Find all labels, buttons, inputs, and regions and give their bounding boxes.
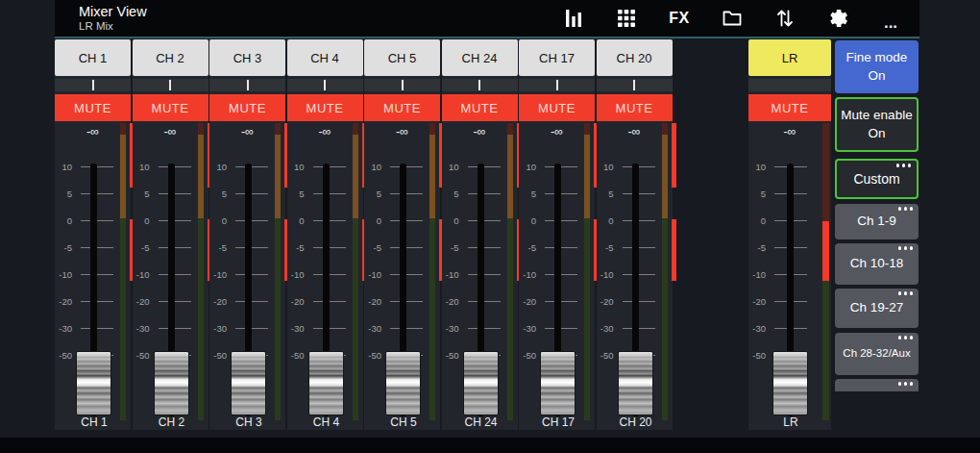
side-panel-button[interactable] xyxy=(835,379,919,391)
scale-tick-line xyxy=(81,166,113,167)
pan-slider[interactable] xyxy=(597,79,673,91)
mute-button[interactable]: MUTE xyxy=(748,94,831,121)
fader-handle[interactable] xyxy=(618,351,653,415)
scale-tick-label: -20 xyxy=(444,296,459,307)
side-panel-button[interactable]: Custom xyxy=(835,159,919,199)
channel-name: CH 1 xyxy=(79,51,108,65)
side-panel-button[interactable]: Ch 28-32/Aux xyxy=(835,333,919,375)
pan-center-tick-icon xyxy=(478,80,480,90)
level-meter-scale xyxy=(822,123,829,420)
pan-slider[interactable] xyxy=(364,79,440,91)
channel-select-button[interactable]: CH 1 xyxy=(55,39,131,76)
channel-select-button[interactable]: CH 20 xyxy=(597,39,673,76)
mute-button[interactable]: MUTE xyxy=(364,94,440,121)
scale-tick-label: 10 xyxy=(599,162,614,172)
mute-button[interactable]: MUTE xyxy=(442,94,518,121)
sort-arrows-icon[interactable] xyxy=(773,7,796,30)
fader-handle[interactable] xyxy=(308,351,344,415)
side-panel-button[interactable]: Fine mode On xyxy=(835,40,919,93)
pan-slider[interactable] xyxy=(748,79,831,91)
side-panel-button[interactable]: Ch 19-27 xyxy=(835,289,919,328)
mute-button-label: MUTE xyxy=(74,101,111,115)
scale-tick-line xyxy=(235,193,268,194)
pan-slider[interactable] xyxy=(55,79,131,91)
scale-tick-line xyxy=(235,166,268,167)
scale-tick-label: 0 xyxy=(366,215,381,226)
settings-gear-icon[interactable] xyxy=(826,7,849,30)
fader-handle[interactable] xyxy=(154,351,189,415)
pan-slider[interactable] xyxy=(442,79,518,91)
channel-select-button[interactable]: LR xyxy=(748,39,831,76)
fader-handle[interactable] xyxy=(772,351,808,415)
scale-tick-line xyxy=(390,247,423,248)
channel-select-button[interactable]: CH 4 xyxy=(287,39,363,76)
scale-tick-line xyxy=(159,301,191,302)
scale-tick-label: -10 xyxy=(289,269,305,280)
pan-slider[interactable] xyxy=(519,79,595,91)
scale-tick-line xyxy=(390,328,423,329)
fx-button[interactable]: FX xyxy=(668,7,691,30)
scale-tick-line xyxy=(235,274,268,275)
app-bar-icons: FX ... xyxy=(562,3,919,35)
scale-tick-label: 0 xyxy=(750,215,766,226)
scale-tick-line xyxy=(468,274,501,275)
folder-icon[interactable] xyxy=(721,7,744,30)
scale-tick-label: -20 xyxy=(289,296,305,307)
meters-icon[interactable] xyxy=(562,7,585,30)
channel-strips-row: CH 1 MUTE -∞ -50-30-20-10-50510 CH 1 CH … xyxy=(55,39,673,430)
mute-button-label: MUTE xyxy=(772,101,809,115)
scale-tick-line xyxy=(313,193,346,194)
grid-icon[interactable] xyxy=(615,7,638,30)
scale-tick-label: -20 xyxy=(366,296,381,307)
scale-tick-line xyxy=(81,274,113,275)
scale-tick-line xyxy=(159,220,191,221)
scale-tick-label: -10 xyxy=(444,269,459,280)
scale-tick-label: -5 xyxy=(366,242,381,253)
channel-select-button[interactable]: CH 2 xyxy=(133,39,208,76)
side-panel-button[interactable]: Ch 10-18 xyxy=(835,243,919,285)
fader-handle[interactable] xyxy=(540,351,576,415)
scale-tick-line xyxy=(545,220,577,221)
mute-button[interactable]: MUTE xyxy=(209,94,285,121)
scale-tick-label: -50 xyxy=(521,350,536,361)
side-panel-button[interactable]: Mute enable On xyxy=(835,97,919,152)
scale-tick-line xyxy=(545,193,577,194)
scale-tick-label: 10 xyxy=(289,162,305,172)
scale-tick-label: -30 xyxy=(599,323,614,334)
pan-center-tick-icon xyxy=(92,80,94,90)
scale-tick-label: -5 xyxy=(135,242,150,253)
side-panel-button[interactable]: Ch 1-9 xyxy=(835,204,919,239)
channel-select-button[interactable]: CH 24 xyxy=(442,39,518,76)
channel-select-button[interactable]: CH 3 xyxy=(209,39,285,76)
fader-handle[interactable] xyxy=(231,351,266,415)
scale-tick-label: 10 xyxy=(135,162,150,172)
mute-button[interactable]: MUTE xyxy=(133,94,208,121)
fader-handle[interactable] xyxy=(463,351,499,415)
app-bar: Mixer View LR Mix FX xyxy=(55,0,919,37)
scale-tick-label: -5 xyxy=(750,242,766,253)
mute-button-label: MUTE xyxy=(152,101,189,115)
scale-tick-label: -30 xyxy=(211,323,227,334)
scale-tick-line xyxy=(390,220,423,221)
channel-name: CH 2 xyxy=(156,51,184,65)
pan-slider[interactable] xyxy=(133,79,208,91)
overflow-menu-icon[interactable]: ... xyxy=(879,3,902,35)
pan-slider[interactable] xyxy=(287,79,363,91)
mute-button[interactable]: MUTE xyxy=(55,94,131,121)
channel-name: CH 4 xyxy=(310,51,339,65)
side-button-label: Ch 10-18 xyxy=(850,255,904,272)
scale-tick-line xyxy=(81,193,113,194)
fader-handle[interactable] xyxy=(385,351,421,415)
channel-strip: CH 20 MUTE -∞ -50-30-20-10-50510 CH 20 xyxy=(597,39,673,430)
more-options-dots-icon xyxy=(898,336,914,340)
scale-tick-line xyxy=(313,166,346,167)
scale-tick-label: 10 xyxy=(750,162,766,172)
channel-select-button[interactable]: CH 17 xyxy=(519,39,595,76)
mute-button[interactable]: MUTE xyxy=(519,94,595,121)
mute-button[interactable]: MUTE xyxy=(597,94,673,121)
channel-select-button[interactable]: CH 5 xyxy=(364,39,440,76)
mute-button[interactable]: MUTE xyxy=(287,94,363,121)
fader-handle[interactable] xyxy=(76,351,111,415)
scale-tick-label: -10 xyxy=(750,269,766,280)
pan-slider[interactable] xyxy=(209,79,285,91)
